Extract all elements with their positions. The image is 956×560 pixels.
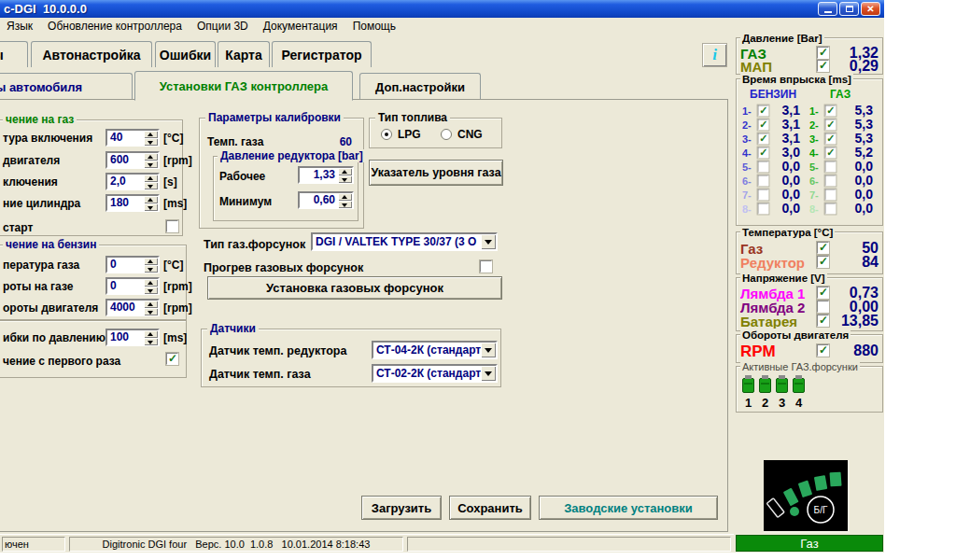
- spin-down-icon[interactable]: [338, 175, 352, 183]
- chevron-down-icon[interactable]: [481, 366, 496, 381]
- cylinder-delay-spinner[interactable]: 180: [105, 194, 160, 212]
- spin-down-icon[interactable]: [144, 308, 158, 315]
- switch-time-spinner[interactable]: 2,0: [105, 173, 160, 190]
- load-button[interactable]: Загрузить: [361, 496, 442, 520]
- save-button[interactable]: Сохранить: [449, 496, 531, 520]
- gas-cyl-checkbox[interactable]: [825, 119, 836, 131]
- menu-options-3d[interactable]: Опции 3D: [190, 20, 256, 33]
- factory-settings-button[interactable]: Заводские установки: [539, 496, 718, 520]
- reducer-temp-checkbox[interactable]: [817, 256, 829, 268]
- start-checkbox[interactable]: [166, 220, 178, 232]
- working-pressure-spinner[interactable]: 1,33: [298, 166, 354, 184]
- petrol-cyl-checkbox[interactable]: [758, 105, 769, 117]
- minimize-icon: [824, 11, 832, 13]
- lpg-radio-label[interactable]: LPG: [398, 128, 421, 141]
- tab-errors[interactable]: Ошибки: [155, 41, 216, 67]
- group-temperature: Температура [°C] Газ 50 Редуктор 84: [736, 231, 883, 274]
- cng-radio[interactable]: [441, 129, 452, 140]
- subtab-additional-settings[interactable]: Доп.настройки: [359, 73, 481, 101]
- petrol-temp-spinner[interactable]: 0: [105, 256, 160, 273]
- petrol-cyl-checkbox[interactable]: [758, 189, 769, 201]
- battery-checkbox[interactable]: [817, 315, 829, 327]
- menu-controller-update[interactable]: Обновление контроллера: [40, 20, 190, 33]
- petrol-engine-rpm-spinner[interactable]: 4000: [105, 299, 160, 316]
- spin-up-icon[interactable]: [144, 279, 158, 287]
- gas-cyl-checkbox[interactable]: [825, 147, 836, 159]
- spin-up-icon[interactable]: [144, 196, 158, 203]
- warmup-checkbox[interactable]: [480, 260, 492, 273]
- lambda1-checkbox[interactable]: [817, 287, 829, 299]
- reducer-temp-sensor-dropdown[interactable]: СТ-04-2К (стандарт: [372, 341, 498, 359]
- gas-cyl-checkbox[interactable]: [825, 161, 836, 173]
- gas-cyl-checkbox[interactable]: [825, 133, 836, 145]
- petrol-gas-rpm-spinner[interactable]: 0: [105, 277, 160, 295]
- group-active-injectors: Активные ГАЗ.форсунки 1 2 3 4: [736, 366, 883, 413]
- switch-temp-spinner[interactable]: 40: [105, 129, 160, 147]
- injector-type-dropdown[interactable]: DGI / VALTEK TYPE 30/37 (3 О: [311, 232, 498, 251]
- tab-map[interactable]: Карта: [218, 41, 270, 67]
- chevron-down-icon[interactable]: [481, 343, 496, 357]
- spin-down-icon[interactable]: [338, 201, 352, 208]
- unit-label: [s]: [163, 175, 177, 189]
- spin-down-icon[interactable]: [144, 287, 158, 294]
- tab-parameters[interactable]: тры: [0, 41, 28, 67]
- chevron-down-icon[interactable]: [481, 234, 496, 249]
- gas-temp-checkbox[interactable]: [817, 242, 829, 254]
- cng-radio-label[interactable]: CNG: [457, 128, 483, 141]
- rpm-value: 880: [853, 343, 879, 359]
- map-pressure-checkbox[interactable]: [817, 60, 829, 72]
- pressure-error-spinner[interactable]: 100: [105, 329, 160, 346]
- restore-button[interactable]: [839, 2, 859, 16]
- petrol-cyl-checkbox[interactable]: [758, 161, 769, 173]
- spin-up-icon[interactable]: [338, 193, 352, 201]
- gas-temp-value: 60: [340, 135, 352, 148]
- spin-up-icon[interactable]: [144, 175, 158, 182]
- injection-row: 8- 0,0 8- 0,0: [737, 203, 884, 217]
- lambda2-checkbox[interactable]: [817, 301, 829, 313]
- minimum-pressure-spinner[interactable]: 0,60: [298, 191, 354, 209]
- rpm-checkbox[interactable]: [817, 344, 829, 357]
- tab-autotune[interactable]: Автонастройка: [31, 41, 152, 67]
- gas-pressure-checkbox[interactable]: [817, 47, 829, 59]
- tab-recorder[interactable]: Регистратор: [272, 41, 372, 67]
- gas-temp-sensor-dropdown[interactable]: СТ-02-2К (стандарт: [372, 364, 498, 383]
- spin-up-icon[interactable]: [144, 330, 158, 338]
- first-time-checkbox[interactable]: [166, 353, 178, 365]
- spin-up-icon[interactable]: [144, 258, 158, 265]
- gas-cyl-checkbox[interactable]: [825, 175, 836, 187]
- spin-down-icon[interactable]: [144, 161, 158, 168]
- minimize-button[interactable]: [818, 2, 837, 16]
- spin-up-icon[interactable]: [338, 168, 352, 175]
- info-button[interactable]: i: [702, 43, 727, 67]
- spin-down-icon[interactable]: [144, 203, 158, 211]
- petrol-cyl-checkbox[interactable]: [758, 133, 769, 145]
- injector-setup-button[interactable]: Установка газовых форсунок: [207, 276, 502, 300]
- gas-cyl-checkbox[interactable]: [825, 189, 836, 201]
- spin-up-icon[interactable]: [144, 131, 158, 138]
- subtab-car-parameters[interactable]: етры автомобиля: [0, 73, 133, 101]
- menu-help[interactable]: Помощь: [345, 20, 403, 33]
- injector-icon: [742, 378, 754, 393]
- gas-cyl-checkbox[interactable]: [825, 203, 836, 215]
- spin-down-icon[interactable]: [144, 182, 158, 189]
- group-pressure: Давление [Bar] ГАЗ 1,32 МАП 0,29: [736, 37, 883, 75]
- petrol-cyl-checkbox[interactable]: [758, 147, 769, 159]
- subtab-gas-controller-settings[interactable]: Установки ГАЗ контроллера: [134, 71, 353, 101]
- close-button[interactable]: ✕: [861, 2, 880, 16]
- spin-up-icon[interactable]: [144, 301, 158, 308]
- gas-cyl-checkbox[interactable]: [825, 105, 836, 117]
- spin-down-icon[interactable]: [144, 265, 158, 273]
- petrol-cyl-checkbox[interactable]: [758, 203, 769, 215]
- menu-language[interactable]: Язык: [0, 20, 40, 33]
- fuel-mode-bar[interactable]: Газ: [736, 535, 883, 552]
- spin-down-icon[interactable]: [144, 338, 158, 345]
- switch-rpm-spinner[interactable]: 600: [105, 151, 160, 169]
- spin-down-icon[interactable]: [144, 138, 158, 146]
- petrol-cyl-checkbox[interactable]: [758, 119, 769, 131]
- spin-up-icon[interactable]: [144, 153, 158, 161]
- menu-documentation[interactable]: Документация: [256, 20, 345, 33]
- gas-temp-label: Темп. газа: [207, 135, 263, 148]
- lpg-radio[interactable]: [381, 129, 392, 140]
- gas-level-indicator-button[interactable]: Указатель уровня газа: [369, 160, 503, 186]
- petrol-cyl-checkbox[interactable]: [758, 175, 769, 187]
